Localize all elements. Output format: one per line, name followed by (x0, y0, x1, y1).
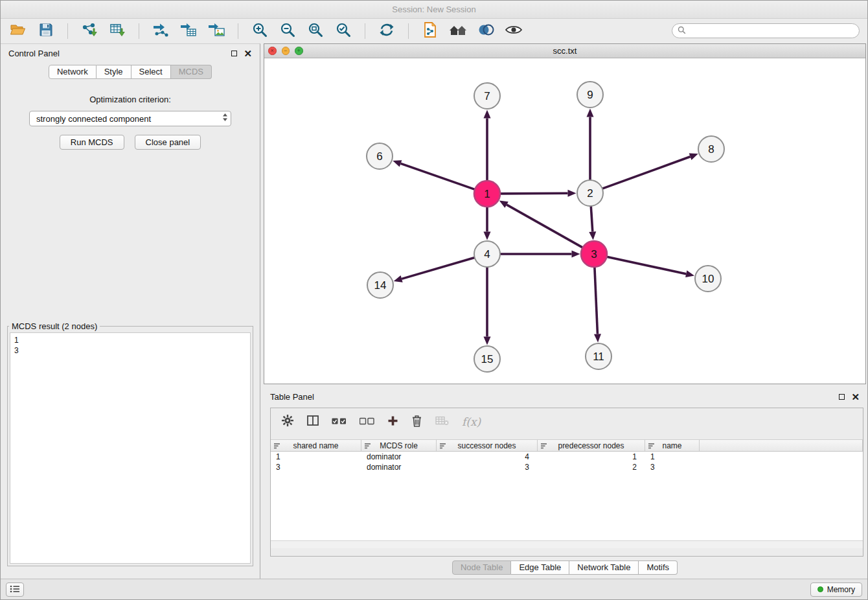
zoom-selected-icon (335, 21, 352, 41)
toolbar-separator (365, 23, 365, 39)
refresh-layout-button[interactable] (376, 21, 398, 41)
zoom-out-button[interactable] (277, 21, 299, 41)
import-network-button[interactable] (78, 21, 100, 41)
mcds-result-list[interactable]: 13 (10, 332, 251, 564)
close-panel-button[interactable]: Close panel (135, 135, 201, 150)
network-analyzer-button[interactable] (447, 21, 469, 41)
close-table-panel-icon[interactable]: ✕ (851, 394, 860, 400)
column-header-predecessor-nodes[interactable]: predecessor nodes (538, 440, 645, 451)
show-panels-button[interactable] (6, 583, 24, 597)
plus-icon (387, 415, 398, 429)
graph-node-label: 8 (708, 143, 714, 156)
select-all-columns-button[interactable] (332, 416, 347, 428)
run-mcds-button[interactable]: Run MCDS (60, 135, 124, 150)
column-header-label: name (662, 441, 681, 450)
graph-edge-2-8[interactable] (602, 157, 691, 189)
save-session-button[interactable] (35, 21, 57, 41)
float-panel-icon[interactable] (231, 51, 237, 56)
tab-select[interactable]: Select (131, 65, 171, 79)
zoom-selected-button[interactable] (332, 21, 354, 41)
tab-edge-table[interactable]: Edge Table (511, 560, 569, 575)
column-header-label: successor nodes (457, 441, 516, 450)
graph-edge-1-6[interactable] (401, 163, 475, 189)
memory-button[interactable]: Memory (810, 583, 862, 597)
window-titlebar[interactable]: Session: New Session (1, 1, 867, 19)
table-cell[interactable]: dominator (361, 462, 437, 472)
style-button[interactable] (475, 21, 497, 41)
result-item[interactable]: 1 (14, 335, 246, 345)
float-table-panel-icon[interactable] (839, 394, 845, 400)
zoom-in-button[interactable] (249, 21, 271, 41)
delete-table-button[interactable] (435, 416, 449, 428)
export-image-button[interactable] (205, 21, 227, 41)
graph-node-label: 10 (702, 273, 714, 285)
tab-network[interactable]: Network (49, 65, 97, 79)
graph-edge-3-10[interactable] (607, 257, 687, 273)
table-cell[interactable]: 3 (437, 462, 538, 472)
graph-edge-4-14[interactable] (402, 258, 475, 279)
result-item[interactable]: 3 (14, 345, 246, 356)
table-cell[interactable]: dominator (361, 452, 437, 462)
table-cell[interactable]: 1 (645, 452, 700, 462)
table-settings-button[interactable] (281, 414, 294, 430)
search-field[interactable] (672, 23, 860, 38)
trash-icon (411, 415, 422, 430)
column-panel-icon (307, 415, 319, 428)
column-header-shared-name[interactable]: shared name (271, 440, 361, 451)
column-header-mcds-role[interactable]: MCDS role (361, 440, 437, 451)
graph-edge-1-2[interactable] (500, 193, 568, 194)
table-cell[interactable]: 3 (645, 462, 700, 472)
graph-edge-2-3[interactable] (591, 206, 593, 232)
tab-style[interactable]: Style (97, 65, 131, 79)
mcds-result-group: MCDS result (2 nodes) 13 (7, 321, 253, 566)
show-column-panel-button[interactable] (307, 415, 319, 428)
table-cell[interactable]: 2 (538, 462, 645, 472)
export-network-button[interactable] (150, 21, 172, 41)
table-row[interactable]: 3dominator323 (271, 462, 863, 472)
graph-edge-3-11[interactable] (595, 267, 598, 334)
tab-node-table[interactable]: Node Table (452, 560, 512, 575)
tab-motifs[interactable]: Motifs (639, 560, 678, 575)
zoom-fit-button[interactable] (304, 21, 326, 41)
memory-status-icon (817, 586, 823, 592)
optimization-dropdown[interactable]: strongly connected component (29, 111, 231, 126)
edge-arrowhead (689, 154, 698, 160)
tab-mcds[interactable]: MCDS (171, 65, 212, 79)
tab-network-table[interactable]: Network Table (569, 560, 639, 575)
sort-icon (541, 443, 548, 450)
delete-column-button[interactable] (411, 415, 422, 430)
close-panel-icon[interactable]: ✕ (244, 51, 252, 56)
graph-node-label: 4 (484, 248, 490, 260)
table-cell[interactable]: 1 (538, 452, 645, 462)
export-table-button[interactable] (177, 21, 200, 41)
control-panel-title: Control Panel (8, 49, 231, 58)
network-canvas[interactable]: 7968124310141511 (264, 58, 865, 384)
edge-arrowhead (567, 190, 576, 197)
edge-arrowhead (587, 109, 594, 117)
open-folder-icon (10, 23, 27, 40)
column-header-successor-nodes[interactable]: successor nodes (437, 440, 538, 451)
edge-arrowhead (589, 231, 596, 240)
function-builder-button[interactable]: f(x) (462, 415, 481, 428)
column-header-name[interactable]: name (645, 440, 700, 451)
table-cell[interactable]: 3 (271, 462, 361, 472)
table-panel-title: Table Panel (270, 392, 839, 402)
table-row[interactable]: 1dominator411 (271, 452, 863, 462)
unselect-all-columns-button[interactable] (360, 416, 374, 428)
table-cell[interactable]: 4 (437, 452, 538, 462)
search-input[interactable] (689, 25, 859, 37)
graph-node-label: 1 (484, 188, 490, 200)
open-session-button[interactable] (7, 21, 29, 41)
eye-icon (505, 24, 523, 38)
table-horizontal-scrollbar[interactable] (271, 540, 863, 548)
main-toolbar (1, 19, 867, 43)
graph-edge-3-1[interactable] (507, 205, 583, 248)
table-cell[interactable]: 1 (271, 452, 361, 462)
show-hide-button[interactable] (503, 21, 525, 41)
create-column-button[interactable] (387, 415, 398, 429)
toolbar-separator (139, 23, 139, 39)
copy-network-button[interactable] (419, 21, 441, 41)
toolbar-separator (408, 23, 409, 39)
import-table-button[interactable] (106, 21, 128, 41)
network-window-titlebar[interactable]: scc.txt × − + (264, 44, 865, 58)
